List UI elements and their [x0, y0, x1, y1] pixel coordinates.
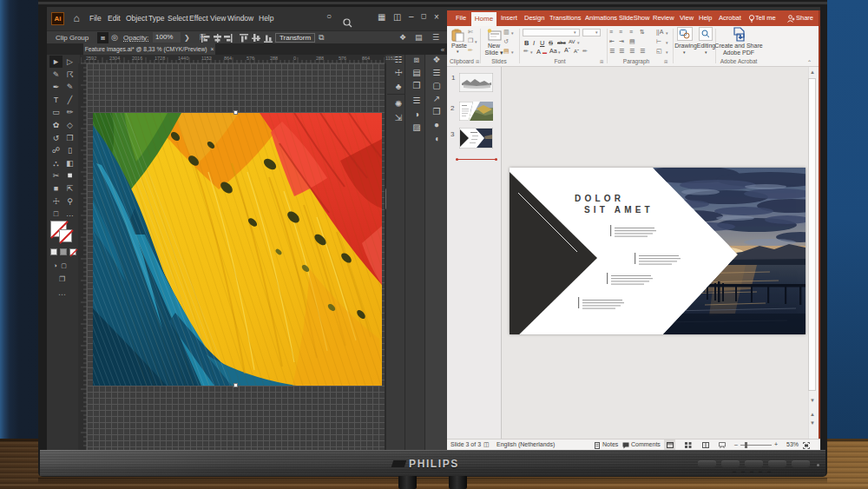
- svg-text:DOLOR: DOLOR: [575, 194, 624, 203]
- svg-text:SIT AMET: SIT AMET: [584, 205, 654, 215]
